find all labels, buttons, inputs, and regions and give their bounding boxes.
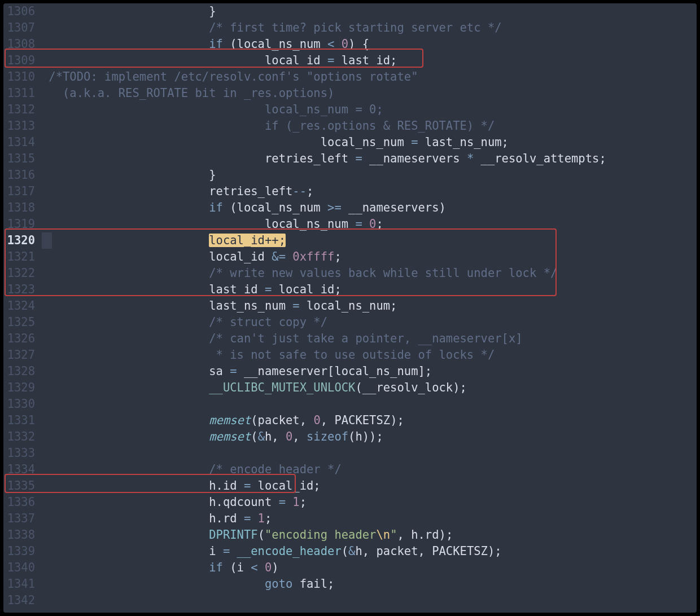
code-line[interactable]: 1333 [3, 445, 697, 461]
code-content: /*TODO: implement /etc/resolv.conf's "op… [42, 69, 418, 85]
code-line[interactable]: 1321 local_id &= 0xffff; [3, 249, 697, 265]
code-content: last_id = local_id; [42, 281, 342, 298]
code-line[interactable]: 1327 * is not safe to use outside of loc… [3, 347, 697, 363]
line-number: 1328 [3, 363, 42, 380]
line-number: 1315 [3, 151, 42, 167]
line-number: 1313 [3, 118, 42, 134]
code-content: if (i < 0) [42, 560, 279, 576]
code-line[interactable]: 1307 /* first time? pick starting server… [3, 20, 697, 36]
code-line[interactable]: 1322 /* write new values back while stil… [3, 265, 697, 281]
code-content: local_id++; [42, 232, 286, 249]
line-number: 1316 [3, 167, 42, 183]
code-line[interactable]: 1320 local_id++; [3, 232, 697, 249]
line-number: 1321 [3, 249, 42, 265]
code-content: /* encode header */ [42, 461, 342, 478]
line-number: 1324 [3, 298, 42, 314]
code-line[interactable]: 1324 last_ns_num = local_ns_num; [3, 298, 697, 314]
code-content: /* write new values back while still und… [42, 265, 557, 281]
line-number: 1323 [3, 281, 42, 298]
code-editor[interactable]: 1306 }1307 /* first time? pick starting … [3, 3, 697, 613]
line-number: 1318 [3, 200, 42, 216]
code-content: if (_res.options & RES_ROTATE) */ [42, 118, 495, 134]
code-line[interactable]: 1326 /* can't just take a pointer, __nam… [3, 331, 697, 347]
line-number: 1340 [3, 560, 42, 576]
code-line[interactable]: 1329 __UCLIBC_MUTEX_UNLOCK(__resolv_lock… [3, 380, 697, 396]
code-line[interactable]: 1310 /*TODO: implement /etc/resolv.conf'… [3, 69, 697, 85]
line-number: 1308 [3, 36, 42, 52]
line-number: 1329 [3, 380, 42, 396]
line-number: 1339 [3, 543, 42, 560]
code-line[interactable]: 1335 h.id = local_id; [3, 478, 697, 494]
line-number: 1341 [3, 576, 42, 592]
code-line[interactable]: 1338 DPRINTF("encoding header\n", h.rd); [3, 527, 697, 543]
code-content: } [42, 167, 216, 183]
line-number: 1322 [3, 265, 42, 281]
code-content: __UCLIBC_MUTEX_UNLOCK(__resolv_lock); [42, 380, 467, 396]
code-content: local_ns_num = 0; [42, 216, 383, 232]
line-number: 1332 [3, 429, 42, 445]
code-line[interactable]: 1325 /* struct copy */ [3, 314, 697, 331]
code-line[interactable]: 1315 retries_left = __nameservers * __re… [3, 151, 697, 167]
line-number: 1327 [3, 347, 42, 363]
line-number: 1312 [3, 102, 42, 118]
line-number: 1330 [3, 396, 42, 412]
code-line[interactable]: 1309 local_id = last_id; [3, 52, 697, 69]
code-line[interactable]: 1316 } [3, 167, 697, 183]
code-line[interactable]: 1317 retries_left--; [3, 183, 697, 200]
code-content: if (local_ns_num < 0) { [42, 36, 369, 52]
line-number: 1333 [3, 445, 42, 461]
code-line[interactable]: 1336 h.qdcount = 1; [3, 494, 697, 511]
code-content: /* can't just take a pointer, __nameserv… [42, 331, 523, 347]
code-line[interactable]: 1340 if (i < 0) [3, 560, 697, 576]
code-content: goto fail; [42, 576, 334, 592]
line-number: 1342 [3, 592, 42, 609]
code-line[interactable]: 1339 i = __encode_header(&h, packet, PAC… [3, 543, 697, 560]
code-content: local_ns_num = 0; [42, 102, 383, 118]
code-content: memset(packet, 0, PACKETSZ); [42, 412, 404, 429]
line-number: 1307 [3, 20, 42, 36]
line-number: 1309 [3, 52, 42, 69]
code-content: /* first time? pick starting server etc … [42, 20, 502, 36]
code-line[interactable]: 1318 if (local_ns_num >= __nameservers) [3, 200, 697, 216]
code-content: retries_left--; [42, 183, 313, 200]
line-number: 1311 [3, 85, 42, 102]
code-line[interactable]: 1337 h.rd = 1; [3, 511, 697, 527]
line-number: 1306 [3, 3, 42, 20]
code-line[interactable]: 1319 local_ns_num = 0; [3, 216, 697, 232]
code-content: (a.k.a. RES_ROTATE bit in _res.options) [42, 85, 334, 102]
line-number: 1336 [3, 494, 42, 511]
code-line[interactable]: 1331 memset(packet, 0, PACKETSZ); [3, 412, 697, 429]
code-line[interactable]: 1342 [3, 592, 697, 609]
code-content: last_ns_num = local_ns_num; [42, 298, 397, 314]
code-content: DPRINTF("encoding header\n", h.rd); [42, 527, 453, 543]
line-number: 1326 [3, 331, 42, 347]
code-content: } [42, 3, 216, 20]
code-content: local_id = last_id; [42, 52, 397, 69]
code-content: local_ns_num = last_ns_num; [42, 134, 509, 151]
code-line[interactable]: 1334 /* encode header */ [3, 461, 697, 478]
code-line[interactable]: 1313 if (_res.options & RES_ROTATE) */ [3, 118, 697, 134]
code-content: sa = __nameserver[local_ns_num]; [42, 363, 432, 380]
code-line[interactable]: 1312 local_ns_num = 0; [3, 102, 697, 118]
code-content: local_id &= 0xffff; [42, 249, 342, 265]
code-container: 1306 }1307 /* first time? pick starting … [3, 3, 697, 609]
code-line[interactable]: 1341 goto fail; [3, 576, 697, 592]
code-line[interactable]: 1308 if (local_ns_num < 0) { [3, 36, 697, 52]
code-line[interactable]: 1311 (a.k.a. RES_ROTATE bit in _res.opti… [3, 85, 697, 102]
code-line[interactable]: 1330 [3, 396, 697, 412]
code-content: h.qdcount = 1; [42, 494, 307, 511]
line-number: 1338 [3, 527, 42, 543]
code-content: /* struct copy */ [42, 314, 327, 331]
line-number: 1337 [3, 511, 42, 527]
line-number: 1325 [3, 314, 42, 331]
code-line[interactable]: 1306 } [3, 3, 697, 20]
line-number: 1317 [3, 183, 42, 200]
code-line[interactable]: 1332 memset(&h, 0, sizeof(h)); [3, 429, 697, 445]
line-number: 1334 [3, 461, 42, 478]
code-content: if (local_ns_num >= __nameservers) [42, 200, 446, 216]
code-line[interactable]: 1314 local_ns_num = last_ns_num; [3, 134, 697, 151]
line-number: 1310 [3, 69, 42, 85]
code-line[interactable]: 1323 last_id = local_id; [3, 281, 697, 298]
code-line[interactable]: 1328 sa = __nameserver[local_ns_num]; [3, 363, 697, 380]
line-number: 1335 [3, 478, 42, 494]
